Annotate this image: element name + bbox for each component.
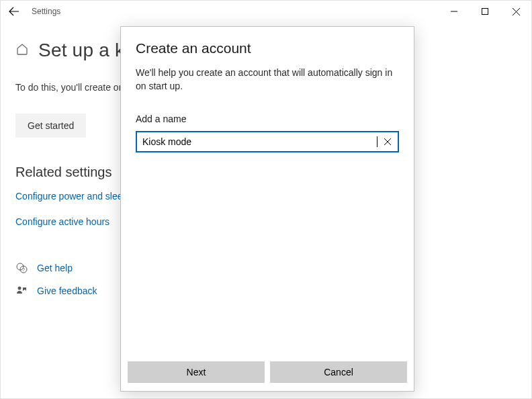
svg-point-4: [18, 286, 21, 290]
arrow-left-icon: [9, 6, 19, 17]
minimize-button[interactable]: [439, 1, 470, 22]
dialog-actions: Next Cancel: [121, 356, 414, 391]
name-input-wrap: [136, 131, 399, 152]
name-field-label: Add a name: [136, 114, 399, 124]
maximize-icon: [482, 8, 488, 15]
x-icon: [384, 138, 391, 145]
home-icon: [15, 42, 29, 58]
help-icon: ?: [15, 262, 28, 274]
svg-rect-0: [482, 9, 488, 15]
next-button[interactable]: Next: [128, 361, 265, 383]
dialog-description: We'll help you create an account that wi…: [136, 66, 399, 93]
feedback-icon: [15, 285, 28, 297]
get-started-button[interactable]: Get started: [15, 114, 86, 138]
titlebar: Settings: [1, 1, 531, 22]
window-controls: [439, 1, 531, 22]
close-button[interactable]: [500, 1, 531, 22]
name-input[interactable]: [137, 136, 382, 147]
dialog-body: Create an account We'll help you create …: [121, 27, 414, 356]
settings-window: Settings Set up a kiosk To do this, you'…: [0, 0, 532, 399]
minimize-icon: [451, 8, 457, 15]
cancel-button[interactable]: Cancel: [270, 361, 407, 383]
svg-text:?: ?: [22, 267, 25, 272]
close-icon: [513, 8, 520, 15]
back-button[interactable]: [1, 1, 28, 22]
maximize-button[interactable]: [470, 1, 500, 22]
give-feedback-link: Give feedback: [37, 285, 97, 296]
dialog-title: Create an account: [136, 40, 399, 56]
clear-input-button[interactable]: [378, 132, 398, 151]
get-help-link: Get help: [37, 263, 73, 273]
create-account-dialog: Create an account We'll help you create …: [120, 26, 414, 392]
window-title: Settings: [32, 7, 60, 16]
